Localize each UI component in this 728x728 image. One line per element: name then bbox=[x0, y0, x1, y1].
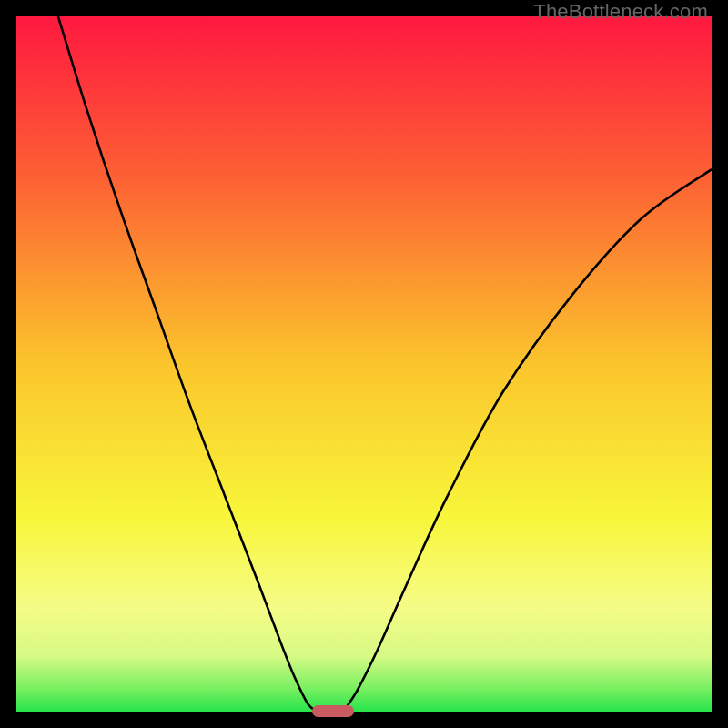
bottleneck-curves bbox=[16, 16, 712, 712]
curve-right bbox=[343, 169, 712, 712]
watermark-text: TheBottleneck.com bbox=[533, 0, 708, 24]
plot-frame bbox=[16, 16, 712, 712]
optimal-marker bbox=[312, 705, 354, 717]
curve-left bbox=[58, 16, 319, 712]
